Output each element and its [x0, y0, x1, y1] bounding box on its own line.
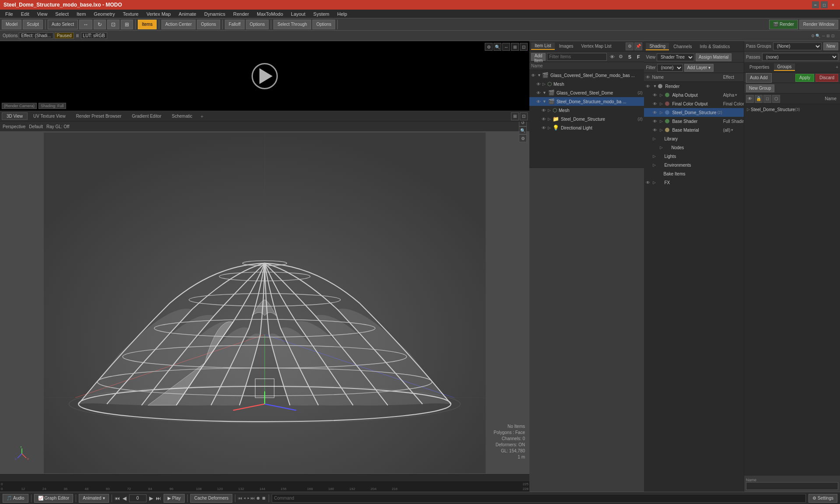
- preview-ctrl-3[interactable]: ↔: [502, 43, 510, 51]
- tab-groups[interactable]: Groups: [774, 63, 795, 71]
- group-icon-eye[interactable]: 👁: [746, 95, 754, 103]
- skip-start-icon[interactable]: ⏮: [115, 495, 120, 501]
- action-center-button[interactable]: Action Center: [161, 20, 196, 29]
- menu-edit[interactable]: Edit: [18, 10, 33, 18]
- item-list-settings-btn[interactable]: ⚙: [617, 53, 625, 61]
- item-row-4[interactable]: 👁 ▷ ⬡ Mesh: [529, 106, 644, 115]
- add-item-button[interactable]: Add Item ▾: [531, 53, 546, 61]
- view-select[interactable]: Shader Tree: [657, 53, 694, 61]
- filter-items-input[interactable]: [547, 53, 607, 61]
- play-button-bottom[interactable]: ▶ Play: [164, 494, 185, 503]
- tab-properties[interactable]: Properties: [746, 64, 773, 70]
- vp-ctrl-zoom[interactable]: 🔍: [519, 126, 527, 134]
- settings-button[interactable]: ⚙ Settings: [808, 494, 837, 503]
- group-icon-box[interactable]: ⬡: [772, 95, 780, 103]
- menu-item[interactable]: Item: [73, 10, 89, 18]
- menu-geometry[interactable]: Geometry: [90, 10, 118, 18]
- next-frame-icon[interactable]: ▶: [149, 495, 153, 501]
- transform-button[interactable]: ⊞: [121, 20, 133, 29]
- menu-file[interactable]: File: [2, 10, 17, 18]
- items-button[interactable]: Items: [138, 20, 156, 29]
- tab-item-list[interactable]: Item List: [531, 42, 555, 50]
- passes-select[interactable]: (none): [762, 53, 838, 61]
- menu-render[interactable]: Render: [230, 10, 252, 18]
- item-list-pin-icon[interactable]: 📌: [634, 42, 642, 50]
- menu-select[interactable]: Select: [52, 10, 72, 18]
- item-row-1[interactable]: 👁 ▷ ⬡ Mesh: [529, 80, 644, 88]
- tab-info-statistics[interactable]: Info & Statistics: [696, 43, 733, 50]
- discard-button[interactable]: Discard: [816, 74, 838, 82]
- play-button[interactable]: [252, 63, 278, 89]
- vp-tab-ctrl-1[interactable]: ⊞: [511, 112, 519, 120]
- close-btn[interactable]: ×: [830, 1, 836, 8]
- menu-help[interactable]: Help: [334, 10, 351, 18]
- pass-groups-select[interactable]: (None): [773, 42, 822, 50]
- skip-end-icon[interactable]: ⏭: [156, 495, 161, 501]
- tab-schematic[interactable]: Schematic: [167, 112, 197, 120]
- viewport-3d[interactable]: Perspective Default Ray GL: Off ⚙ ↺ 🔍 ⚙: [0, 122, 529, 473]
- new-group-pass-button[interactable]: New: [823, 42, 838, 50]
- preview-ctrl-5[interactable]: ⊡: [520, 43, 528, 51]
- cache-deformers-button[interactable]: Cache Deformers: [190, 494, 232, 503]
- scale-button[interactable]: ⊡: [107, 20, 119, 29]
- group-icon-visible[interactable]: □: [763, 95, 771, 103]
- item-list-settings-icon[interactable]: ⚙: [626, 42, 634, 50]
- add-layer-button[interactable]: Add Layer ▾: [684, 64, 714, 72]
- tab-uv-texture[interactable]: UV Texture View: [28, 112, 70, 120]
- tab-3d-view[interactable]: 3D View: [2, 112, 28, 120]
- tab-render-preset[interactable]: Render Preset Browser: [71, 112, 126, 120]
- vp-tab-ctrl-2[interactable]: ⊡: [520, 112, 528, 120]
- graph-editor-button[interactable]: 📈 Graph Editor: [34, 494, 74, 503]
- menu-dynamics[interactable]: Dynamics: [201, 10, 229, 18]
- preview-ctrl-1[interactable]: ⚙: [485, 43, 493, 51]
- auto-select-button[interactable]: Auto Select: [48, 20, 78, 29]
- menu-layout[interactable]: Layout: [287, 10, 309, 18]
- menu-system[interactable]: System: [310, 10, 333, 18]
- item-row-6[interactable]: 👁 ▷ 💡 Directional Light: [529, 123, 644, 132]
- item-row-5[interactable]: 👁 ▷ 📁 Steel_Dome_Structure (2): [529, 115, 644, 123]
- pause-icon[interactable]: ⏸: [75, 33, 80, 38]
- sculpt-button[interactable]: Sculpt: [23, 20, 43, 29]
- item-list-eye-icon[interactable]: 👁: [608, 53, 616, 61]
- options-button-2[interactable]: Options: [246, 20, 269, 29]
- move-button[interactable]: ↔: [79, 20, 92, 29]
- tab-channels[interactable]: Channels: [670, 43, 695, 50]
- tab-gradient-editor[interactable]: Gradient Editor: [127, 112, 166, 120]
- preview-ctrl-2[interactable]: 🔍: [494, 43, 501, 51]
- options-button-3[interactable]: Options: [312, 20, 335, 29]
- vp-ctrl-more[interactable]: ⚙: [519, 134, 527, 142]
- menu-maxtomodo[interactable]: MaxToModo: [253, 10, 287, 18]
- tab-add[interactable]: +: [198, 113, 206, 120]
- item-list-f-btn[interactable]: F: [634, 53, 642, 61]
- menu-view[interactable]: View: [34, 10, 51, 18]
- apply-button[interactable]: Apply: [795, 74, 814, 82]
- new-group-button[interactable]: New Group: [746, 84, 774, 92]
- item-row-3[interactable]: 👁 ▼ 🎬 Steel_Dome_Structure_modo_ba ...: [529, 97, 644, 106]
- maximize-btn[interactable]: □: [821, 1, 828, 8]
- model-button[interactable]: Model: [2, 20, 21, 29]
- animated-button[interactable]: Animated ▾: [79, 494, 108, 503]
- timeline-track[interactable]: [0, 474, 529, 482]
- menu-texture[interactable]: Texture: [119, 10, 142, 18]
- falloff-button[interactable]: Falloff: [225, 20, 245, 29]
- render-button[interactable]: 🎬 Render: [769, 20, 798, 29]
- render-window-button[interactable]: Render Window: [799, 20, 838, 29]
- groups-add-icon[interactable]: +: [836, 65, 838, 70]
- menu-vertex-map[interactable]: Vertex Map: [143, 10, 175, 18]
- tab-images[interactable]: Images: [556, 43, 577, 49]
- select-through-button[interactable]: Select Through: [273, 20, 311, 29]
- audio-button[interactable]: 🎵 Audio: [3, 494, 28, 503]
- rotate-button[interactable]: ↻: [94, 20, 106, 29]
- prev-frame-icon[interactable]: ◀: [122, 495, 126, 501]
- group-icon-lock[interactable]: 🔒: [755, 95, 763, 103]
- group-item-steel-dome[interactable]: ▷ Steel_Dome_Structure (3): [745, 105, 839, 114]
- item-row-2[interactable]: 👁 ▼ 🎬 Glass_Covered_Steel_Dome (2): [529, 88, 644, 97]
- minimize-btn[interactable]: −: [812, 1, 819, 8]
- item-row-0[interactable]: 👁 ▼ 🎬 Glass_Covered_Steel_Dome_modo_bas …: [529, 71, 644, 80]
- tab-vertex-map-list[interactable]: Vertex Map List: [578, 43, 615, 49]
- tab-shading[interactable]: Shading: [646, 43, 669, 50]
- assign-material-button[interactable]: Assign Material: [696, 53, 732, 61]
- options-button-1[interactable]: Options: [197, 20, 220, 29]
- auto-add-button[interactable]: Auto Add: [746, 73, 772, 83]
- menu-animate[interactable]: Animate: [175, 10, 200, 18]
